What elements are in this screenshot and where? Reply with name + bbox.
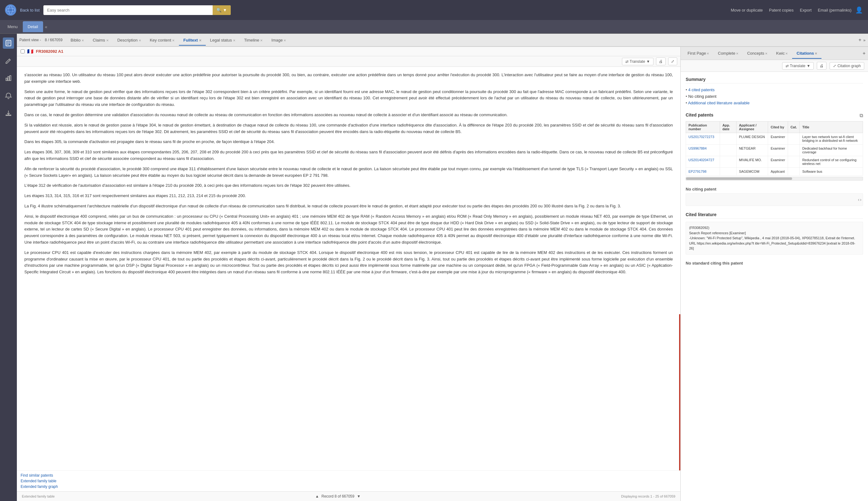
patent-copies-btn[interactable]: Patent copies [769, 8, 794, 12]
cell-title: Layer two network tunn wi-fi client brid… [800, 133, 863, 145]
next-record-btn[interactable]: ▼ [357, 494, 361, 499]
export-btn[interactable]: Export [800, 8, 812, 12]
table-scroll-thumb [686, 178, 792, 180]
back-to-list-link[interactable]: Back to list [20, 8, 40, 12]
svg-rect-8 [8, 76, 9, 81]
tab-first-page[interactable]: First Page✕ [683, 49, 714, 59]
content-wrapper: Patent view - 8 / 667059 Biblio✕ Claims✕… [17, 34, 868, 501]
patent-tab-keycontent[interactable]: Key content✕ [145, 35, 179, 46]
more-tabs-icon[interactable]: » [863, 38, 866, 42]
print2-icon: 🖨 [820, 63, 824, 68]
sidebar-icon-patent[interactable] [3, 38, 14, 49]
tab-bar: Menu Detail « [0, 20, 868, 34]
print-button[interactable]: 🖨 [656, 57, 666, 65]
cell-cited-by: Applicant [768, 168, 788, 175]
citations-print-btn[interactable]: 🖨 [817, 62, 826, 70]
tab-menu[interactable]: Menu [2, 21, 23, 32]
table-row: US9967884 NETGEAR Examiner Dedicated bac… [686, 145, 863, 156]
close-claims-icon[interactable]: ✕ [106, 39, 109, 42]
tab-collapse[interactable]: « [43, 24, 49, 29]
scroll-right-icon[interactable]: › [860, 197, 861, 202]
email-btn[interactable]: Email (permalinks) [818, 8, 851, 12]
close-image-icon[interactable]: ✕ [283, 39, 286, 42]
translate-label: Translate [630, 59, 645, 64]
table-scroll-bar[interactable] [686, 177, 863, 181]
prev-record-btn[interactable]: ▲ [315, 494, 319, 499]
pub-num-link[interactable]: EP2791798 [688, 170, 707, 173]
cell-app-date [720, 145, 736, 156]
expand-button[interactable]: ⤢ [668, 57, 677, 65]
move-or-duplicate-btn[interactable]: Move or duplicate [731, 8, 763, 12]
tab-concepts[interactable]: Concepts✕ [743, 49, 772, 59]
patent-tab-biblio[interactable]: Biblio✕ [66, 35, 88, 46]
citations-tab-bar: First Page✕ Complete✕ Concepts✕ Kwic✕ Ci… [681, 47, 868, 60]
search-bar: 🔍 ▼ [43, 5, 231, 15]
sidebar-icon-download[interactable] [3, 107, 14, 119]
summary-section: Summary 4 cited patents No citing patent… [686, 77, 863, 106]
add-panel-tab-icon[interactable]: + [863, 51, 866, 56]
sidebar-icon-bell[interactable] [3, 90, 14, 101]
close-biblio-icon[interactable]: ✕ [82, 39, 84, 42]
add-tab-icon[interactable]: + [858, 37, 861, 43]
tab-complete[interactable]: Complete✕ [714, 49, 743, 59]
text-para-11: Ainsi, le dispositif électronique 400 co… [24, 213, 673, 246]
cell-pub-num: EP2791798 [686, 168, 720, 175]
no-standard-section: No standard citing this patent [686, 261, 863, 266]
cell-app-date [720, 156, 736, 168]
translate-icon: ⇄ [626, 59, 629, 64]
close-legal-icon[interactable]: ✕ [233, 39, 236, 42]
search-icon: 🔍 [216, 8, 222, 12]
cell-pub-num: US20170272273 [686, 133, 720, 145]
citations-content: Summary 4 cited patents No citing patent… [681, 72, 868, 501]
copy-icon[interactable]: ⧉ [859, 113, 863, 118]
patent-select-checkbox[interactable] [21, 49, 25, 53]
close-timeline-icon[interactable]: ✕ [260, 39, 263, 42]
patent-tab-description[interactable]: Description✕ [113, 35, 145, 46]
citations-panel: First Page✕ Complete✕ Concepts✕ Kwic✕ Ci… [681, 47, 868, 501]
extended-family-graph-link[interactable]: Extended family graph [21, 484, 676, 489]
sidebar-icon-chart[interactable] [3, 73, 14, 84]
patent-tab-timeline[interactable]: Timeline✕ [240, 35, 267, 46]
tab-citations[interactable]: Citations✕ [792, 49, 822, 59]
cell-app-date [720, 168, 736, 175]
patent-flag-icon: 🇫🇷 [27, 49, 33, 54]
patent-tab-image[interactable]: Image✕ [267, 35, 290, 46]
search-button[interactable]: 🔍 ▼ [213, 5, 231, 15]
close-key-icon[interactable]: ✕ [172, 39, 175, 42]
table-row: US20170272273 PLUME DESIGN Examiner Laye… [686, 133, 863, 145]
tab-detail[interactable]: Detail [23, 21, 43, 32]
text-panel: 🇫🇷 FR3082092 A1 ⇄ Translate ▼ 🖨 [17, 47, 681, 501]
citation-graph-btn[interactable]: ⤢ Citation graph [829, 62, 864, 70]
citations-toolbar: ⇄ Translate ▼ 🖨 ⤢ Citation graph [681, 60, 868, 72]
sidebar-icon-edit[interactable] [3, 55, 14, 66]
text-panel-toolbar: ⇄ Translate ▼ 🖨 ⤢ [17, 56, 680, 67]
col-pub-num: Publication number [686, 121, 720, 133]
patent-tab-legalstatus[interactable]: Legal status✕ [206, 35, 240, 46]
citations-translate-btn[interactable]: ⇄ Translate ▼ [782, 62, 814, 70]
search-input[interactable] [43, 5, 213, 15]
pub-num-link[interactable]: US20170272273 [688, 135, 714, 139]
translate-button[interactable]: ⇄ Translate ▼ [622, 58, 653, 65]
patent-tab-claims[interactable]: Claims✕ [88, 35, 113, 46]
summary-item-2: No citing patent [686, 93, 863, 100]
tab-kwic[interactable]: Kwic✕ [772, 49, 792, 59]
extended-family-table-link[interactable]: Extended family table [21, 479, 676, 483]
scroll-left-icon[interactable]: ‹ [858, 197, 859, 202]
close-fulltext-icon[interactable]: ✕ [199, 39, 202, 42]
find-similar-link[interactable]: Find similar patents [21, 473, 676, 478]
cell-assignee: PLUME DESIGN [736, 133, 768, 145]
cited-patents-section: Cited patents ⧉ Publication number App. … [686, 113, 863, 181]
pub-num-link[interactable]: US20140204727 [688, 158, 714, 162]
text-para-9: Les étapes 313, 314, 315, 316 et 317 son… [24, 193, 673, 199]
app-logo[interactable] [5, 4, 16, 15]
patent-record: 8 / 667059 [45, 38, 63, 42]
patent-view-label: Patent view - [19, 38, 41, 42]
user-icon[interactable]: 👤 [855, 6, 863, 14]
patent-id-link[interactable]: FR3082092 A1 [36, 49, 63, 54]
additional-lit-link[interactable]: Additional cited literature available [688, 100, 749, 105]
cited-patents-link[interactable]: 4 cited patents [688, 87, 715, 92]
patent-tab-fulltext[interactable]: Fulltext✕ [179, 35, 205, 46]
cell-cat [788, 156, 800, 168]
close-desc-icon[interactable]: ✕ [139, 39, 141, 42]
pub-num-link[interactable]: US9967884 [688, 147, 707, 150]
